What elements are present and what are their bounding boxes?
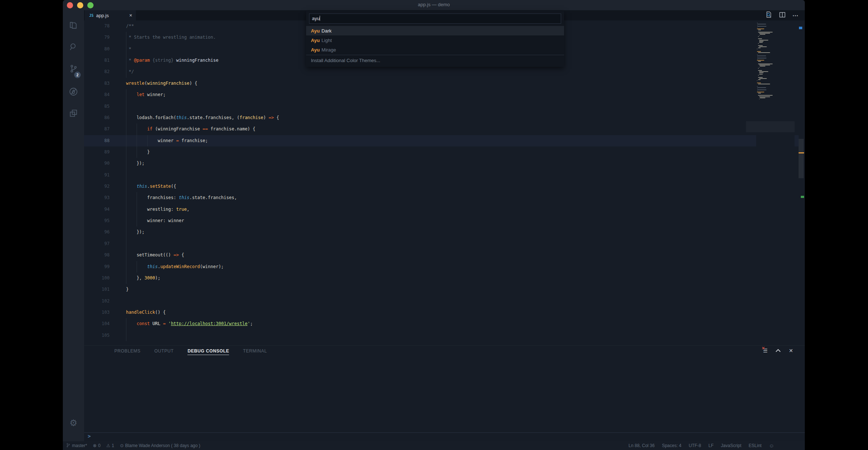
extensions-icon [69,108,78,119]
code-line-83[interactable]: 83wrestle(winningFranchise) { [84,78,805,89]
sidebar-item-search[interactable] [63,38,84,57]
code-line-85[interactable]: 85 [84,101,805,112]
status-blame[interactable]: ⊙Blame Wade Anderson ( 38 days ago ) [120,443,201,448]
code-line-93[interactable]: 93 franchises: this.state.franchises, [84,192,805,203]
code-line-99[interactable]: 99 this.updateWinRecord(winner); [84,261,805,272]
panel-tab-output[interactable]: OUTPUT [155,348,174,355]
minimap[interactable] [756,20,795,345]
maximize-panel-icon[interactable] [776,348,781,354]
code-line-101[interactable]: 101} [84,284,805,295]
minimap-line [759,35,760,36]
code-line-95[interactable]: 95 winner: winner [84,215,805,226]
status-utf-8[interactable]: UTF-8 [689,443,701,448]
theme-option-mirage[interactable]: AyuMirage [306,45,564,54]
indent-guide [126,215,126,226]
code-line-100[interactable]: 100 }, 3000); [84,272,805,284]
more-actions-icon[interactable]: ⋯ [792,12,798,19]
minimap-line [759,78,767,79]
minimap-line [757,80,757,81]
debug-console-prompt[interactable]: > [88,433,91,441]
indent-guide [137,146,137,158]
code-line-88[interactable]: 88 winner = franchise; [84,135,805,146]
theme-option-light[interactable]: AyuLight [306,35,564,45]
code-line-103[interactable]: 103handleClick() { [84,307,805,318]
status-eslint[interactable]: ESLint [749,443,761,448]
line-content: setTimeout(() => { [110,249,805,261]
minimap-line [757,87,766,88]
repl-separator [84,432,805,433]
status-branch[interactable]: master* [66,443,87,449]
panel-tab-debug-console[interactable]: DEBUG CONSOLE [187,348,229,355]
status-spaces-4[interactable]: Spaces: 4 [662,443,681,448]
minimap-line [758,77,763,78]
line-content: if (winningFranchise == franchise.name) … [110,123,805,135]
minimap-line [758,70,762,71]
minimap-line [758,79,761,80]
status-lf[interactable]: LF [708,443,713,448]
code-line-97[interactable]: 97 [84,238,805,249]
code-line-102[interactable]: 102 [84,295,805,307]
close-panel-icon[interactable]: ✕ [789,348,793,354]
status-warning[interactable]: ⚠1 [106,443,114,448]
minimap-line [758,84,770,84]
title-bar: app.js — demo [63,0,805,10]
feedback-smiley-icon[interactable]: ☺ [769,443,774,449]
sidebar-item-explorer[interactable] [63,17,84,36]
minimap-line [757,25,758,26]
line-content: }, 3000); [110,272,805,284]
code-line-87[interactable]: 87 if (winningFranchise == franchise.nam… [84,123,805,135]
code-line-92[interactable]: 92 this.setState({ [84,181,805,192]
minimap-line [760,34,765,35]
minimap-slider[interactable] [746,121,795,132]
match-highlight: Ayu [311,47,320,53]
line-content: handleClick() { [110,307,805,318]
minimap-line [757,54,758,55]
line-number: 87 [84,123,110,135]
quick-pick-input[interactable]: ayu [309,14,561,24]
line-content: winner = franchise; [110,135,805,146]
status-error[interactable]: ⊗0 [93,443,100,448]
line-content: } [110,284,805,295]
scrollbar-thumb[interactable] [799,139,804,178]
panel-tab-terminal[interactable]: TERMINAL [243,348,267,355]
code-line-98[interactable]: 98 setTimeout(() => { [84,249,805,261]
sidebar-item-extensions[interactable] [63,104,84,123]
sidebar-item-source-control[interactable]: 2 [63,60,84,79]
indent-guide [137,123,137,135]
split-editor-icon[interactable] [779,11,786,20]
tab-close-icon[interactable]: × [129,12,132,18]
status-javascript[interactable]: JavaScript [721,443,741,448]
git-branch-icon [66,443,71,449]
code-line-90[interactable]: 90 }); [84,158,805,169]
code-line-82[interactable]: 82 */ [84,66,805,77]
code-line-105[interactable]: 105 [84,330,805,341]
code-line-94[interactable]: 94 wrestling: true, [84,204,805,215]
text-cursor [320,16,320,21]
install-additional-themes-item[interactable]: Install Additional Color Themes... [306,56,564,65]
status-ln-88-col-36[interactable]: Ln 88, Col 36 [629,443,655,448]
minimap-line [759,67,760,68]
debug-icon [69,87,78,98]
tab-appjs[interactable]: JS app.js × [85,10,136,20]
minimap-line [759,99,760,99]
line-content: franchises: this.state.franchises, [110,192,805,203]
panel-tab-problems[interactable]: PROBLEMS [114,348,141,355]
sidebar-item-debug[interactable] [63,83,84,102]
line-content: lodash.forEach(this.state.franchises, (f… [110,112,805,123]
theme-option-dark[interactable]: AyuDark [306,26,564,35]
code-line-84[interactable]: 84 let winner; [84,89,805,100]
indent-guide [126,135,126,146]
settings-gear-icon[interactable]: ⚙ [63,416,84,430]
overview-marker-modified [799,27,802,29]
code-editor[interactable]: 78/**79 * Starts the wrestling animation… [84,20,805,345]
code-line-96[interactable]: 96 }); [84,226,805,238]
open-changes-icon[interactable] [765,11,772,20]
blame-icon: ⊙ [120,443,124,448]
code-line-86[interactable]: 86 lodash.forEach(this.state.franchises,… [84,112,805,123]
clear-console-icon[interactable]: ☰✕ [763,348,768,354]
overview-ruler[interactable] [799,20,805,345]
code-line-91[interactable]: 91 [84,169,805,181]
code-line-89[interactable]: 89 } [84,146,805,158]
code-line-104[interactable]: 104 const URL = 'http://localhost:3001/w… [84,318,805,329]
indent-guide [137,192,137,203]
